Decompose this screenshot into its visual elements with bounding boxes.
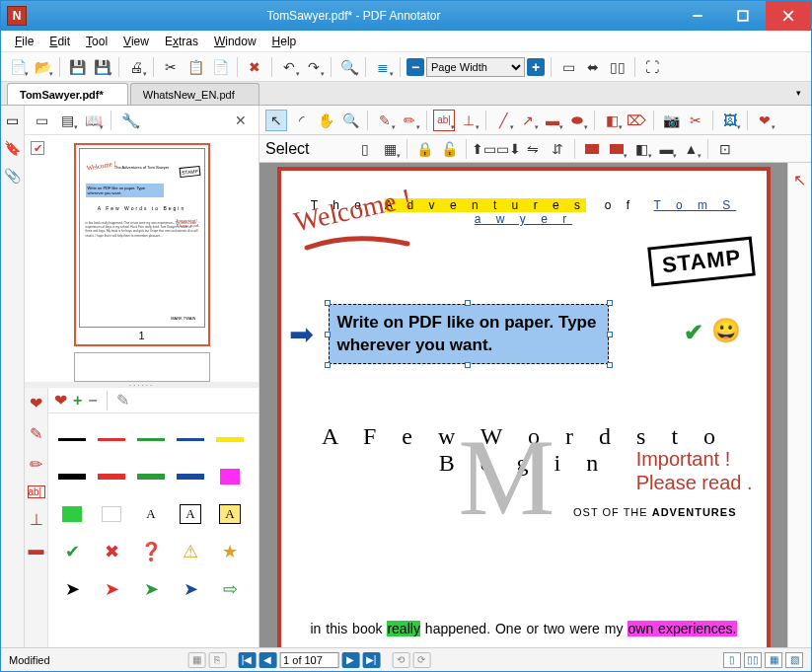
zoom-in-button[interactable]: + [527,58,545,76]
menu-view[interactable]: View [115,33,157,50]
pointer-icon[interactable]: ↖ [793,171,806,189]
nav-goto-button[interactable]: ⎘ [208,652,226,668]
lock-button[interactable]: 🔒 [413,138,435,160]
favorite-tool-button[interactable]: ❤ [754,110,775,131]
pal-arrow-green[interactable]: ➤ [133,573,169,605]
bring-front-button[interactable]: ⬆▭ [473,138,494,160]
crop-tool-button[interactable]: ✂ [685,110,706,131]
menu-edit[interactable]: Edit [41,33,78,50]
page-input[interactable] [279,652,338,668]
thumb-view-button[interactable]: 📖 [82,110,104,131]
save-button[interactable]: 💾 [66,56,88,78]
pal-thick-magenta[interactable] [212,461,248,492]
strike-tool-button[interactable]: ⌦ [626,110,647,131]
zoom-select[interactable]: Page Width [426,57,525,77]
stamp-tool-icon[interactable]: ⊥ [30,510,43,529]
arrow-tool-button[interactable]: ↗ [517,110,539,131]
select-tool-button[interactable]: ↖ [265,110,287,131]
select-page-button[interactable]: ▭ [31,110,52,131]
textbox-tool-button[interactable]: ab| [433,110,455,131]
menu-help[interactable]: Help [264,33,305,50]
nav-prev-button[interactable]: ◀ [258,652,276,668]
pal-arrow-red[interactable]: ➤ [94,573,129,605]
thumb-check-all[interactable]: ✔ [31,141,44,155]
pal-line-blue[interactable] [173,423,208,455]
two-page-button[interactable]: ▯▯ [607,56,628,78]
pal-text-a-fill[interactable]: A [212,498,248,530]
pan-tool-button[interactable]: ✋ [315,110,336,131]
pal-hl-white[interactable] [94,498,129,530]
fav-heart-icon[interactable]: ❤ [54,391,67,410]
pal-text-a-border[interactable]: A [173,498,208,530]
pal-hl-green[interactable] [54,498,90,530]
nav-forward-button[interactable]: ⟳ [412,652,430,668]
delete-button[interactable]: ✖ [244,56,265,78]
pal-warning-icon[interactable]: ⚠ [173,536,208,567]
maximize-button[interactable] [720,1,766,31]
print-button[interactable]: 🖨 [125,56,147,78]
nav-next-button[interactable]: ▶ [341,652,359,668]
thumbnail-page-1[interactable]: Welcome ! The Adventures of Tom Sawyer S… [74,143,210,346]
attachment-icon[interactable]: 📎 [4,167,22,185]
emoji-annotation[interactable]: 😀 [711,317,741,344]
page-canvas[interactable]: T h e A d v e n t u r e s o f T o m S a … [277,167,771,647]
redo-button[interactable]: ↷ [303,56,325,78]
pal-check-green[interactable]: ✔ [54,536,90,567]
line-tool-button[interactable]: ╱ [492,110,514,131]
copy-button[interactable]: 📋 [185,56,206,78]
pal-thick-black[interactable] [54,461,90,492]
selection-handle[interactable] [607,362,613,368]
pal-line-black[interactable] [54,423,90,455]
favorite-icon[interactable]: ❤ [30,394,42,412]
pal-star-icon[interactable]: ★ [212,536,248,567]
nav-first-button[interactable]: |◀ [238,652,256,668]
minimize-button[interactable] [675,1,720,31]
line-style-button[interactable]: ▬ [655,138,677,160]
view-single-button[interactable]: ▯ [723,652,741,668]
nav-last-button[interactable]: ▶| [362,652,380,668]
save-as-button[interactable]: 💾 [91,56,112,78]
pal-line-red[interactable] [94,423,129,455]
check-annotation[interactable]: ✔ [684,319,703,346]
menu-extras[interactable]: Extras [157,33,206,50]
view-continuous-button[interactable]: ▯▯ [744,652,762,668]
sidebar-close-button[interactable]: ✕ [229,111,253,130]
bookmark-icon[interactable]: 🔖 [4,139,22,157]
tab-overflow-button[interactable]: ▾ [789,84,807,102]
menu-tool[interactable]: Tool [78,33,115,50]
lasso-tool-button[interactable]: ◜ [290,110,312,131]
selection-handle[interactable] [465,362,471,368]
selection-handle[interactable] [465,300,471,306]
view-two-button[interactable]: ▦ [765,652,782,668]
open-button[interactable]: 📂 [32,56,53,78]
remove-fav-button[interactable]: − [88,392,97,410]
selected-textbox[interactable]: Write on PDF like on paper. Type whereve… [329,304,609,364]
pal-line-green[interactable] [133,423,169,455]
tab-tomsawyer[interactable]: TomSawyer.pdf* [7,83,128,105]
pal-thick-red[interactable] [94,461,129,492]
add-fav-button[interactable]: + [73,392,82,410]
flip-h-button[interactable]: ⇋ [522,138,544,160]
ellipse-tool-button[interactable]: ⬬ [566,110,588,131]
pal-thick-blue[interactable] [173,461,208,492]
tab-whatsnew[interactable]: WhatsNew_EN.pdf [130,83,259,105]
arrow-style-button[interactable]: ▲ [680,138,701,160]
layers-button[interactable]: ≣ [372,56,394,78]
page-icon[interactable]: ▭ [4,112,22,129]
selection-handle[interactable] [607,300,613,306]
selection-handle[interactable] [325,332,331,337]
fill-color-button[interactable] [606,138,627,160]
fullscreen-button[interactable]: ⛶ [641,56,663,78]
selection-handle[interactable] [325,362,331,368]
stamp-tool-button[interactable]: ⊥ [458,110,480,131]
welcome-annotation[interactable]: Welcome ! [290,183,413,239]
selection-handle[interactable] [325,300,331,306]
important-annotation[interactable]: Important !Please read . [636,447,753,494]
menu-window[interactable]: Window [206,33,264,50]
zoom-out-button[interactable]: − [406,58,424,76]
document-scroll[interactable]: T h e A d v e n t u r e s o f T o m S a … [259,163,787,647]
flip-v-button[interactable]: ⇵ [547,138,568,160]
shape-icon[interactable]: ▬ [29,541,44,559]
pal-arrow-hollow[interactable]: ⇨ [212,573,248,605]
nav-thumb-button[interactable]: ▦ [187,652,205,668]
